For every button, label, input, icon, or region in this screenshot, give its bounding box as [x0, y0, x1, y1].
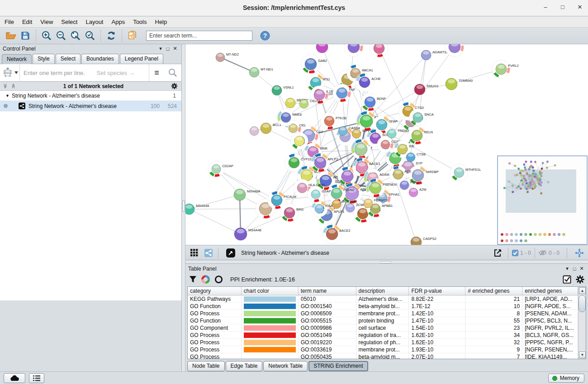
open-file-button[interactable]	[4, 29, 18, 42]
menu-file[interactable]: File	[5, 19, 14, 25]
column-header-term-name[interactable]: term name	[299, 287, 356, 295]
string-logo[interactable]: STRING	[0, 64, 20, 81]
close-button[interactable]: ✕	[576, 4, 583, 10]
panel-menu-icon[interactable]: ▾	[564, 266, 571, 272]
filter-icon[interactable]	[189, 276, 197, 283]
tab-style[interactable]: Style	[33, 54, 55, 64]
scroll-up-arrow[interactable]: ▲	[579, 287, 586, 294]
table-row[interactable]: GO ProcessGO:0006509membrane prot...1.42…	[188, 310, 578, 317]
network-node-RELN[interactable]: RELN	[408, 126, 433, 145]
table-row[interactable]: GO ProcessGO:0051049regulation of tra...…	[188, 332, 578, 339]
cloud-status-button[interactable]	[4, 373, 25, 383]
panel-close-icon[interactable]: ✕	[171, 46, 179, 52]
network-node-VSNL1[interactable]: VSNL1	[272, 85, 294, 95]
network-canvas[interactable]: MT-ND2MT-ND1VSNL1GAB2IRS1CHATABCA1ACHESM…	[185, 44, 588, 245]
refresh-button[interactable]	[104, 29, 119, 42]
gear-icon[interactable]	[171, 83, 178, 89]
save-session-button[interactable]	[18, 29, 33, 42]
network-edge[interactable]	[189, 209, 241, 234]
table-row[interactable]: KEGG Pathways05010Alzheimer's dise...8.8…	[188, 295, 578, 303]
settings-gear-icon[interactable]	[576, 275, 584, 284]
table-row[interactable]: GO ComponentGO:0009986cell surface1.54E-…	[188, 324, 578, 332]
string-options-button[interactable]: ≡	[149, 64, 164, 81]
string-view-button[interactable]	[203, 248, 214, 258]
splitter-handle[interactable]	[380, 261, 392, 263]
export-network-button[interactable]	[492, 248, 503, 258]
tab-network-table[interactable]: Network Table	[263, 361, 308, 371]
network-node-BCL3[interactable]: BCL3	[261, 123, 281, 134]
network-node-GAB2[interactable]: GAB2	[301, 55, 327, 74]
menu-apps[interactable]: Apps	[112, 19, 125, 25]
tab-edge-table[interactable]: Edge Table	[226, 361, 263, 371]
select-all-checkbox-icon[interactable]	[563, 275, 571, 284]
network-node-CADPS2[interactable]: CADPS2	[411, 237, 436, 245]
panel-float-icon[interactable]: □	[571, 266, 578, 272]
table-row[interactable]: GO FunctionGO:0005515protein binding1.47…	[188, 317, 578, 324]
menu-select[interactable]: Select	[61, 19, 77, 25]
column-header-category[interactable]: category	[188, 287, 242, 295]
network-node-ACHE[interactable]: ACHE	[356, 73, 381, 91]
network-node-ADAMTS2[interactable]: ADAMTS2	[421, 50, 448, 60]
clone-network-button[interactable]	[125, 29, 140, 42]
network-node-BACE2[interactable]: BACE2	[322, 225, 351, 244]
chart-donut-icon[interactable]	[201, 275, 210, 284]
network-row-selected[interactable]: String Network - Alzheimer's disease 100…	[0, 101, 181, 112]
network-node-MTHFD1L[interactable]: MTHFD1L	[450, 164, 481, 181]
network-node-BDNF[interactable]: BDNF	[361, 93, 386, 111]
tab-string-enrichment[interactable]: STRING Enrichment	[308, 361, 368, 371]
tab-node-table[interactable]: Node Table	[187, 361, 225, 371]
network-node-CD2AP[interactable]: CD2AP	[208, 161, 233, 177]
network-edge[interactable]	[189, 209, 266, 209]
table-row[interactable]: GO ProcessGO:0050435beta-amyloid m...2.0…	[188, 353, 578, 359]
network-edge[interactable]	[408, 47, 455, 111]
zoom-in-button[interactable]	[39, 29, 54, 42]
network-node-n5[interactable]	[250, 126, 259, 136]
tab-select[interactable]: Select	[56, 54, 81, 64]
column-header-chart-color[interactable]: chart color	[242, 287, 299, 295]
network-node-n3[interactable]	[370, 44, 388, 57]
network-edge[interactable]	[220, 57, 254, 72]
horizontal-splitter[interactable]	[185, 261, 588, 264]
zoom-out-button[interactable]	[54, 29, 68, 42]
column-header-description[interactable]: description	[356, 287, 409, 295]
birdseye-view[interactable]	[498, 156, 587, 244]
string-query-input[interactable]: Enter one term per line. Set species →	[20, 70, 149, 76]
tab-legend-panel[interactable]: Legend Panel	[120, 54, 163, 64]
expand-all-icon[interactable]: ≪	[10, 84, 16, 89]
menu-tools[interactable]: Tools	[133, 19, 147, 25]
column-header-enriched-genes[interactable]: enriched genes	[522, 287, 578, 295]
zoom-selected-button[interactable]	[83, 29, 97, 42]
birdseye-toggle-button[interactable]	[574, 248, 585, 258]
minimize-button[interactable]: –	[542, 4, 549, 10]
menu-edit[interactable]: Edit	[22, 19, 32, 25]
collapse-all-icon[interactable]: ≫	[2, 84, 8, 89]
panel-float-icon[interactable]: □	[164, 46, 171, 52]
network-node-SNCA[interactable]: SNCA	[409, 109, 434, 126]
network-node-n1[interactable]	[316, 44, 328, 53]
grid-mode-button[interactable]	[188, 248, 200, 258]
table-row[interactable]: GO ProcessGO:0019220regulation of ph...1…	[188, 339, 578, 346]
network-node-MT-ND1[interactable]: MT-ND1	[249, 67, 273, 77]
network-node-SMUG1[interactable]: SMUG1	[414, 84, 439, 95]
maximize-button[interactable]: □	[559, 4, 566, 10]
network-node-BIN1[interactable]: BIN1	[280, 204, 304, 222]
network-node-CTSB[interactable]: CTSB	[406, 152, 426, 162]
table-row[interactable]: GO FunctionGO:0001540beta-amyloid bi...1…	[188, 303, 578, 310]
panel-menu-icon[interactable]: ▾	[157, 46, 164, 52]
menu-help[interactable]: Help	[155, 19, 167, 25]
network-node-TREM2[interactable]: TREM2	[387, 129, 409, 138]
tab-network[interactable]: Network	[2, 54, 32, 64]
splitter-grip[interactable]	[182, 200, 185, 212]
panel-close-icon[interactable]: ✕	[578, 266, 585, 272]
scrollbar-thumb[interactable]	[579, 295, 586, 312]
network-node-A2M[interactable]: A2M	[409, 187, 426, 197]
expander-icon[interactable]: ▼	[5, 94, 12, 98]
network-node-MS4A4E[interactable]: MS4A4E	[234, 228, 262, 240]
vertical-scrollbar[interactable]: ▲ ▼	[578, 287, 586, 359]
annotation-mode-button[interactable]	[225, 248, 237, 258]
tab-boundaries[interactable]: Boundaries	[81, 54, 119, 64]
network-node-TOMM40[interactable]: TOMM40	[446, 78, 473, 90]
menu-layout[interactable]: Layout	[85, 19, 103, 25]
scroll-down-arrow[interactable]: ▼	[579, 351, 586, 358]
memory-button[interactable]: Memory	[548, 374, 584, 383]
